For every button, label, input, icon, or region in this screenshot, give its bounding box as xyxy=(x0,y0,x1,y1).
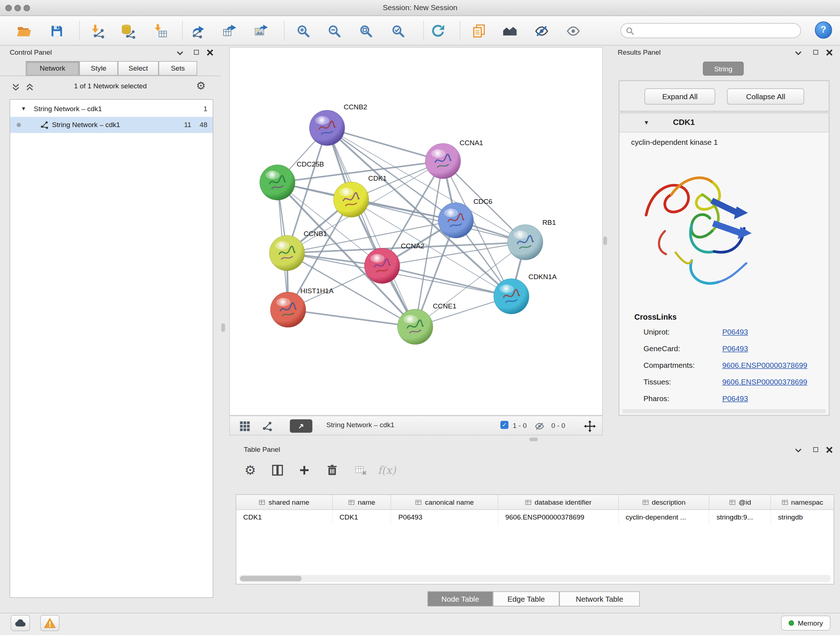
save-session-button[interactable] xyxy=(48,22,66,40)
table-gear-icon[interactable]: ⚙ xyxy=(242,462,259,478)
column-header[interactable]: canonical name xyxy=(392,495,499,509)
open-session-button[interactable] xyxy=(15,22,33,40)
pan-crosshair-icon[interactable] xyxy=(584,420,597,433)
table-row[interactable]: CDK1 CDK1 P06493 9606.ENSP00000378699 cy… xyxy=(236,510,834,524)
selected-checkbox-icon[interactable]: ✓ xyxy=(500,421,508,429)
tab-sets[interactable]: Sets xyxy=(158,61,197,76)
entry-header[interactable]: ▼ CDK1 xyxy=(619,113,829,132)
horizontal-splitter-handle[interactable] xyxy=(529,437,538,441)
section-expander-icon[interactable]: ▼ xyxy=(644,119,649,126)
cell-canonical-name[interactable]: P06493 xyxy=(392,510,499,524)
cell-id[interactable]: stringdb:9... xyxy=(709,510,771,524)
import-table-button[interactable] xyxy=(152,22,170,40)
export-table-button[interactable] xyxy=(221,22,239,40)
tab-network-table[interactable]: Network Table xyxy=(559,592,639,606)
right-splitter-handle[interactable] xyxy=(603,236,607,245)
network-node-cdkn1a[interactable] xyxy=(494,279,529,314)
zoom-fit-button[interactable] xyxy=(357,22,375,40)
help-button[interactable]: ? xyxy=(815,21,832,38)
network-node-rb1[interactable] xyxy=(508,225,543,260)
cell-namespace[interactable]: stringdb xyxy=(771,510,834,524)
column-header[interactable]: namespac xyxy=(771,495,834,509)
close-panel-icon[interactable] xyxy=(207,49,213,56)
column-header[interactable]: database identifier xyxy=(498,495,619,509)
cell-shared-name[interactable]: CDK1 xyxy=(236,510,332,524)
network-node-ccne1[interactable] xyxy=(398,309,433,344)
collapse-panel-icon[interactable] xyxy=(795,51,802,55)
network-node-ccna2[interactable] xyxy=(364,249,399,283)
float-panel-icon[interactable] xyxy=(813,447,818,452)
cell-database-identifier[interactable]: 9606.ENSP00000378699 xyxy=(499,510,619,524)
network-node-ccnb1[interactable] xyxy=(270,235,305,271)
copy-document-button[interactable] xyxy=(470,22,488,40)
tab-style[interactable]: Style xyxy=(79,61,118,76)
zoom-out-button[interactable] xyxy=(325,22,343,40)
tab-node-table[interactable]: Node Table xyxy=(428,592,493,606)
network-canvas[interactable]: CCNB2CCNA1CDC25BCDK1CDC6RB1CCNB1CCNA2CDK… xyxy=(229,47,603,415)
column-header[interactable]: shared name xyxy=(236,495,332,509)
export-network-button[interactable] xyxy=(189,22,207,40)
import-network-file-button[interactable] xyxy=(88,22,106,40)
close-panel-icon[interactable] xyxy=(826,447,833,453)
detach-view-button[interactable] xyxy=(290,419,312,432)
network-tree-row-selected[interactable]: String Network – cdk1 11 48 xyxy=(10,117,213,133)
warning-button[interactable] xyxy=(40,615,59,631)
tree-expander-icon[interactable]: ▼ xyxy=(21,101,27,117)
hide-graphics-button[interactable] xyxy=(532,22,551,40)
collapse-panel-icon[interactable] xyxy=(177,51,183,55)
network-node-cdc6[interactable] xyxy=(438,203,473,238)
function-builder-icon[interactable]: f(x) xyxy=(378,462,395,478)
collapse-all-button[interactable]: Collapse All xyxy=(727,88,804,104)
search-input[interactable] xyxy=(637,24,795,37)
memory-button[interactable]: Memory xyxy=(781,616,830,630)
column-header[interactable]: description xyxy=(619,495,709,509)
table-horizontal-scrollbar[interactable] xyxy=(239,575,831,583)
network-node-hist1h1a[interactable] xyxy=(271,292,306,327)
hidden-eye-slash-icon[interactable] xyxy=(533,420,546,433)
node-label: CCNA2 xyxy=(401,242,424,250)
column-header[interactable]: name xyxy=(332,495,392,509)
tab-edge-table[interactable]: Edge Table xyxy=(493,592,560,606)
network-node-cdc25b[interactable] xyxy=(260,165,295,200)
import-network-database-button[interactable] xyxy=(119,22,137,40)
expand-all-button[interactable]: Expand All xyxy=(645,88,715,104)
network-tree-collection-row[interactable]: ▼ String Network – cdk1 1 xyxy=(10,101,213,117)
add-column-icon[interactable] xyxy=(296,462,313,478)
trash-icon[interactable] xyxy=(324,462,341,478)
float-panel-icon[interactable] xyxy=(813,50,818,55)
collapse-panel-icon[interactable] xyxy=(795,448,802,453)
columns-icon[interactable] xyxy=(269,462,286,478)
network-node-cdk1[interactable] xyxy=(333,182,369,217)
crosslink-value[interactable]: P06493 xyxy=(722,328,748,336)
column-header[interactable]: @id xyxy=(709,495,771,509)
grid-view-icon[interactable] xyxy=(238,420,251,433)
gear-icon[interactable]: ⚙ xyxy=(196,79,206,92)
zoom-in-button[interactable] xyxy=(294,22,312,40)
left-splitter-handle[interactable] xyxy=(221,323,225,332)
apply-layout-button[interactable] xyxy=(429,22,447,40)
crosslink-value[interactable]: P06493 xyxy=(722,344,748,353)
network-overview-icon[interactable] xyxy=(261,420,274,433)
export-image-button[interactable] xyxy=(253,22,271,40)
delete-table-icon[interactable] xyxy=(352,462,369,478)
scrollbar-thumb[interactable] xyxy=(240,576,302,581)
crosslink-value[interactable]: P06493 xyxy=(722,394,748,403)
crosslink-value[interactable]: 9606.ENSP00000378699 xyxy=(722,378,807,386)
tab-network[interactable]: Network xyxy=(26,61,79,76)
close-panel-icon[interactable] xyxy=(826,49,833,56)
network-edge[interactable] xyxy=(327,128,415,326)
zoom-selected-button[interactable] xyxy=(389,22,407,40)
cybrowser-button[interactable] xyxy=(501,22,519,40)
cell-name[interactable]: CDK1 xyxy=(332,510,392,524)
show-graphics-button[interactable] xyxy=(564,22,582,40)
cloud-button[interactable] xyxy=(11,615,30,631)
tab-select[interactable]: Select xyxy=(118,61,159,76)
cell-description[interactable]: cyclin-dependent ... xyxy=(619,510,709,524)
network-node-ccna1[interactable] xyxy=(425,143,461,179)
network-edge[interactable] xyxy=(288,310,415,326)
crosslink-value[interactable]: 9606.ENSP00000378699 xyxy=(722,361,807,370)
horizontal-scrollbar[interactable] xyxy=(622,409,826,413)
tab-string[interactable]: String xyxy=(703,62,744,76)
network-node-ccnb2[interactable] xyxy=(309,111,344,146)
float-panel-icon[interactable] xyxy=(194,50,199,55)
